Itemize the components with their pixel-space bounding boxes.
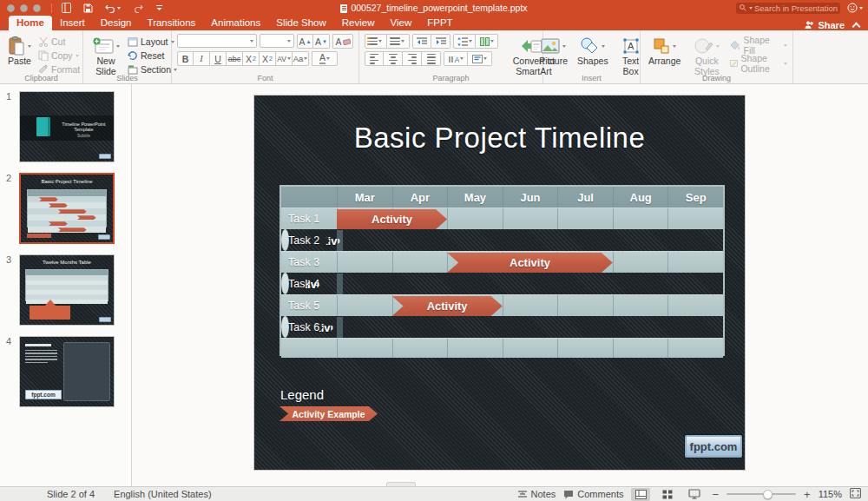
- align-right-button[interactable]: [403, 51, 422, 66]
- slide-sorter-icon: [662, 490, 673, 499]
- arrange-button[interactable]: Arrange: [646, 34, 683, 69]
- tab-design[interactable]: Design: [93, 16, 140, 30]
- fppt-logo[interactable]: fppt.com: [685, 435, 742, 458]
- minimize-window-icon[interactable]: [20, 4, 28, 12]
- font-name-select[interactable]: [177, 34, 257, 48]
- thumbnail-slide-3[interactable]: 3 Twelve Months Table: [19, 254, 131, 326]
- paste-button[interactable]: Paste: [5, 34, 34, 69]
- numbering-button[interactable]: [387, 34, 410, 49]
- align-text-icon: [472, 55, 483, 63]
- paste-caret-icon: [28, 45, 31, 48]
- thumbnail-slide-4[interactable]: 4 fppt.com: [19, 336, 131, 407]
- bullets-button[interactable]: [365, 34, 387, 49]
- increase-font-button[interactable]: A▲: [297, 34, 313, 49]
- activity-bar-task-3[interactable]: Activity: [447, 253, 613, 273]
- shape-outline-icon: [730, 58, 738, 69]
- share-button[interactable]: Share: [804, 20, 845, 30]
- search-input[interactable]: Search in Presentation: [736, 3, 840, 14]
- underline-button[interactable]: U: [210, 51, 227, 66]
- month-cell: [667, 295, 723, 316]
- sidebar-toggle-icon[interactable]: [62, 3, 71, 13]
- slide-sorter-view-button[interactable]: [658, 488, 677, 501]
- thumbnail-slide-1[interactable]: 1 Timeline PowerPoint Template Subtitle: [19, 91, 131, 162]
- activity-bar-task-5[interactable]: Activity: [392, 296, 503, 316]
- redo-icon[interactable]: [133, 3, 143, 13]
- text-direction-button[interactable]: A: [444, 51, 468, 66]
- zoom-window-icon[interactable]: [33, 4, 41, 12]
- bold-button[interactable]: B: [177, 51, 194, 66]
- tab-transitions[interactable]: Transitions: [140, 16, 204, 30]
- subscript-button[interactable]: X2: [260, 51, 276, 66]
- undo-caret-icon: [117, 7, 121, 10]
- cut-button: Cut: [38, 36, 80, 48]
- close-window-icon[interactable]: [7, 4, 15, 12]
- zoom-slider[interactable]: [727, 493, 796, 495]
- superscript-button[interactable]: X2: [243, 51, 260, 66]
- tab-slide-show[interactable]: Slide Show: [268, 16, 334, 30]
- clear-formatting-button[interactable]: A: [332, 34, 353, 49]
- slide-title-textbox[interactable]: Basic Project Timeline: [254, 122, 745, 155]
- zoom-slider-knob[interactable]: [763, 490, 773, 499]
- month-header-jun: Jun: [503, 187, 558, 208]
- tab-animations[interactable]: Animations: [203, 16, 268, 30]
- shape-fill-caret-icon: [784, 44, 787, 47]
- month-header-apr: Apr: [392, 187, 448, 208]
- legend-activity-shape[interactable]: Activity Example: [279, 406, 378, 421]
- font-color-button[interactable]: A: [312, 51, 338, 66]
- thumbnail-slide-2[interactable]: 2 Basic Project Timeline: [19, 173, 131, 244]
- tab-fppt[interactable]: FPPT: [419, 16, 460, 30]
- change-case-button[interactable]: Aa: [293, 51, 309, 66]
- language-indicator[interactable]: English (United States): [114, 489, 212, 499]
- tab-home[interactable]: Home: [9, 16, 52, 30]
- picture-button[interactable]: Picture: [536, 34, 570, 69]
- copy-caret-icon: [76, 55, 79, 57]
- slideshow-view-button[interactable]: [685, 488, 704, 501]
- columns-caret-icon: [490, 40, 494, 43]
- character-spacing-button[interactable]: AV: [276, 51, 293, 66]
- toolbar-options-icon[interactable]: [155, 4, 163, 12]
- zoom-out-button[interactable]: −: [712, 489, 719, 500]
- feedback-button[interactable]: [847, 3, 863, 13]
- activity-bar-task-1[interactable]: Activity: [337, 209, 447, 229]
- zoom-level[interactable]: 115%: [819, 489, 842, 499]
- shape-outline-button: Shape Outline: [730, 57, 787, 69]
- save-icon[interactable]: [83, 3, 93, 13]
- tab-view[interactable]: View: [383, 16, 420, 30]
- shapes-button[interactable]: Shapes: [575, 34, 611, 69]
- legend-title-textbox[interactable]: Legend: [280, 387, 324, 402]
- month-cell: [667, 252, 723, 273]
- tab-review[interactable]: Review: [334, 16, 383, 30]
- shape-outline-caret-icon: [784, 63, 787, 65]
- slide-2-canvas[interactable]: Basic Project Timeline MarAprMayJunJulAu…: [254, 96, 745, 470]
- align-text-button[interactable]: [468, 51, 492, 66]
- tab-insert[interactable]: Insert: [52, 16, 93, 30]
- strikethrough-button[interactable]: abc: [227, 51, 243, 66]
- increase-indent-button[interactable]: [431, 34, 450, 49]
- normal-view-button[interactable]: [631, 488, 650, 501]
- font-group: A▲ A▼ A B I U abc X2 X2 AV Aa: [172, 30, 359, 83]
- align-center-button[interactable]: [384, 51, 403, 66]
- undo-icon[interactable]: [105, 3, 121, 13]
- numbering-caret-icon: [401, 40, 404, 43]
- line-spacing-button[interactable]: [453, 34, 476, 49]
- zoom-in-button[interactable]: +: [804, 489, 811, 500]
- font-size-select[interactable]: [260, 34, 294, 48]
- pane-splitter-grip[interactable]: [386, 482, 416, 486]
- decrease-indent-button[interactable]: [412, 34, 431, 49]
- timeline-table[interactable]: MarAprMayJunJulAugSepTask 1ActivityTask …: [279, 185, 725, 356]
- notes-button[interactable]: Notes: [517, 489, 556, 499]
- comments-button[interactable]: Comments: [563, 489, 623, 499]
- layout-button[interactable]: Layout: [128, 36, 177, 48]
- italic-button[interactable]: I: [194, 51, 210, 66]
- fit-slide-button[interactable]: [850, 488, 861, 500]
- task-name-cell: Task 3: [281, 252, 337, 273]
- reset-button[interactable]: Reset: [128, 49, 177, 62]
- new-slide-button[interactable]: New Slide: [89, 34, 123, 78]
- decrease-font-button[interactable]: A▼: [313, 34, 330, 49]
- slide-editing-canvas[interactable]: Basic Project Timeline MarAprMayJunJulAu…: [132, 84, 868, 486]
- thumb3-title: Twelve Months Table: [20, 260, 114, 265]
- align-left-button[interactable]: [365, 51, 384, 66]
- collapse-ribbon-icon[interactable]: [852, 23, 861, 31]
- columns-button[interactable]: [476, 34, 498, 49]
- justify-button[interactable]: [422, 51, 441, 66]
